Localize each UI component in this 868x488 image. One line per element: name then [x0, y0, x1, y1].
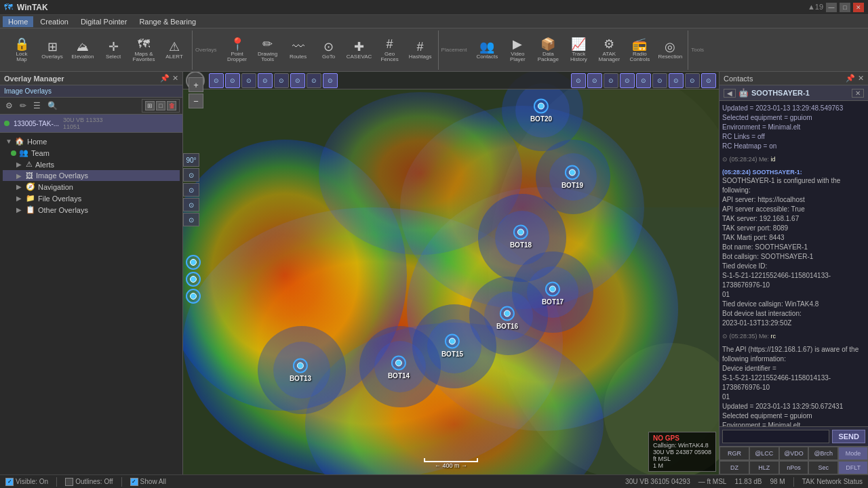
tree-item-navigation[interactable]: ▶ 🧭 Navigation	[3, 181, 180, 192]
lock-map-button[interactable]: 🔒 LockMap	[7, 32, 37, 68]
track-history-button[interactable]: 📈 TrackHistory	[564, 32, 593, 68]
top-icon-1[interactable]: ⊙	[209, 73, 224, 88]
visible-toggle[interactable]: ✓ Visible: On	[5, 478, 48, 486]
top-icon-17[interactable]: ⊙	[701, 73, 716, 88]
bot-marker-bot14[interactable]: BOT14	[388, 356, 410, 380]
drawing-tools-button[interactable]: ✏ DrawingTools	[253, 32, 283, 68]
overlays-button[interactable]: ⊞ Overlays	[37, 32, 67, 68]
overlay-view-btn[interactable]: ⊞	[145, 101, 155, 110]
top-icon-7[interactable]: ⊙	[307, 73, 321, 88]
side-angle-icon-4[interactable]: ⊙	[183, 213, 199, 226]
top-icon-3[interactable]: ⊙	[241, 73, 256, 88]
action-dflt[interactable]: DFLT	[838, 461, 868, 474]
point-dropper-button[interactable]: 📍 PointDropper	[222, 32, 252, 68]
tree-item-file-overlays[interactable]: ▶ 📁 File Overlays	[3, 192, 180, 204]
outlines-toggle[interactable]: Outlines: Off	[65, 478, 113, 486]
top-icon-8[interactable]: ⊙	[323, 73, 338, 88]
hashtags-button[interactable]: # Hashtags	[406, 32, 435, 68]
resection-button[interactable]: ◎ Resection	[655, 32, 685, 68]
video-player-button[interactable]: ▶ VideoPlayer	[502, 32, 532, 68]
chat-input-field[interactable]	[722, 430, 829, 443]
show-all-toggle[interactable]: ✓ Show All	[130, 478, 166, 486]
action-rgr[interactable]: RGR	[719, 447, 749, 460]
bot-marker-bot18[interactable]: BOT18	[510, 225, 532, 249]
action-hlz[interactable]: HLZ	[749, 461, 779, 474]
action-dz[interactable]: DZ	[719, 461, 749, 474]
bot-marker-bot17[interactable]: BOT17	[542, 282, 564, 306]
contacts-close-button[interactable]: ✕	[858, 74, 864, 83]
zoom-out-button[interactable]: −	[189, 94, 203, 108]
bot-marker-bot13[interactable]: BOT13	[290, 359, 311, 382]
action-lcc[interactable]: @LCC	[749, 447, 779, 460]
side-angle-90: 90°	[183, 153, 199, 167]
top-icon-10[interactable]: ⊙	[587, 73, 602, 88]
image-overlays-tab[interactable]: Image Overlays	[0, 85, 182, 98]
menu-digital-pointer[interactable]: Digital Pointer	[75, 16, 132, 27]
top-icon-13[interactable]: ⊙	[636, 73, 651, 88]
menu-creation[interactable]: Creation	[35, 16, 74, 27]
top-icon-11[interactable]: ⊙	[604, 73, 618, 88]
top-icon-5[interactable]: ⊙	[274, 73, 289, 88]
routes-button[interactable]: 〰 Routes	[283, 32, 313, 68]
action-mode[interactable]: Mode	[838, 447, 868, 460]
overlay-search-button[interactable]: 🔍	[45, 100, 60, 112]
casevac-button[interactable]: ✚ CASEVAC	[344, 32, 374, 68]
elevation-button[interactable]: ⛰ Elevation	[68, 32, 98, 68]
zoom-in-button[interactable]: +	[189, 77, 203, 92]
top-icon-14[interactable]: ⊙	[652, 73, 667, 88]
alert-button[interactable]: ⚠ ALERT	[159, 32, 189, 68]
side-angle-icon-1[interactable]: ⊙	[183, 168, 199, 182]
bot-marker-bot20[interactable]: BOT20	[530, 99, 552, 123]
bot-marker-bot16[interactable]: BOT16	[496, 306, 518, 330]
soothsayer-close-button[interactable]: ✕	[852, 89, 864, 98]
contacts-button[interactable]: 👥 Contacts	[472, 32, 502, 68]
atak-manager-button[interactable]: ⚙ ATAKManager	[594, 32, 624, 68]
action-vdo[interactable]: @VDO	[779, 447, 809, 460]
overlay-edit-button[interactable]: ✏	[17, 100, 29, 112]
top-icon-9[interactable]: ⊙	[571, 73, 586, 88]
side-angle-icon-3[interactable]: ⊙	[183, 198, 199, 211]
select-button[interactable]: ✛ Select	[98, 32, 128, 68]
panel-pin-button[interactable]: 📌	[160, 74, 170, 83]
geo-fences-button[interactable]: # GeoFences	[375, 32, 405, 68]
tree-item-team[interactable]: 👥 Team	[3, 147, 180, 159]
tree-item-other-overlays[interactable]: ▶ 📋 Other Overlays	[3, 204, 180, 216]
minimize-button[interactable]: —	[826, 3, 837, 12]
scale-bar: ← 400 m →	[424, 458, 478, 469]
action-brch[interactable]: @Brch	[808, 447, 838, 460]
top-icon-15[interactable]: ⊙	[669, 73, 684, 88]
top-icon-6[interactable]: ⊙	[290, 73, 305, 88]
soothsayer-back-button[interactable]: ◀	[724, 89, 736, 98]
top-icon-12[interactable]: ⊙	[620, 73, 635, 88]
menu-home[interactable]: Home	[3, 16, 33, 27]
menu-range-bearing[interactable]: Range & Bearing	[134, 16, 201, 27]
tree-item-image-overlays[interactable]: ▶ 🖼 Image Overlays	[3, 170, 180, 181]
top-icon-2[interactable]: ⊙	[225, 73, 240, 88]
selected-overlay-row[interactable]: 133005-TAK-... 30U VB 1133311051	[0, 115, 182, 133]
bot-marker-bot19[interactable]: BOT19	[561, 165, 583, 189]
top-icon-4[interactable]: ⊙	[258, 73, 273, 88]
overlay-delete-btn[interactable]: 🗑	[167, 101, 176, 110]
tree-label-home: Home	[27, 138, 47, 146]
panel-close-button[interactable]: ✕	[172, 74, 178, 83]
bot-marker-bot15[interactable]: BOT15	[441, 334, 463, 358]
close-button[interactable]: ✕	[853, 3, 864, 12]
data-package-button[interactable]: 📦 DataPackage	[533, 32, 563, 68]
overlay-grid-btn[interactable]: □	[156, 101, 165, 110]
action-sec[interactable]: Sec	[808, 461, 838, 474]
contacts-pin-button[interactable]: 📌	[846, 74, 855, 83]
tree-item-home[interactable]: ▼ 🏠 Home	[3, 136, 180, 147]
tree-item-alerts[interactable]: ▶ ⚠ Alerts	[3, 159, 180, 170]
maps-favorites-button[interactable]: 🗺 Maps &Favorites	[129, 32, 159, 68]
goto-button[interactable]: ⊙ GoTo	[314, 32, 344, 68]
action-npos[interactable]: nPos	[779, 461, 809, 474]
overlay-list-button[interactable]: ☰	[31, 100, 43, 112]
gps-info-box: NO GPS Callsign: WinTAK4.8 30U VB 24387 …	[648, 432, 716, 472]
maximize-button[interactable]: □	[840, 3, 850, 12]
send-button[interactable]: SEND	[832, 430, 865, 443]
side-angle-icon-2[interactable]: ⊙	[183, 183, 199, 197]
top-icon-16[interactable]: ⊙	[685, 73, 700, 88]
map-area[interactable]: N ⊙ ⊙ ⊙ ⊙ ⊙ ⊙ ⊙ ⊙ ⊙ ⊙ ⊙ ⊙ ⊙ ⊙ ⊙ ⊙ ⊙ + −	[183, 72, 719, 474]
radio-controls-button[interactable]: 📻 RadioControls	[625, 32, 654, 68]
overlay-settings-button[interactable]: ⚙	[3, 100, 16, 112]
